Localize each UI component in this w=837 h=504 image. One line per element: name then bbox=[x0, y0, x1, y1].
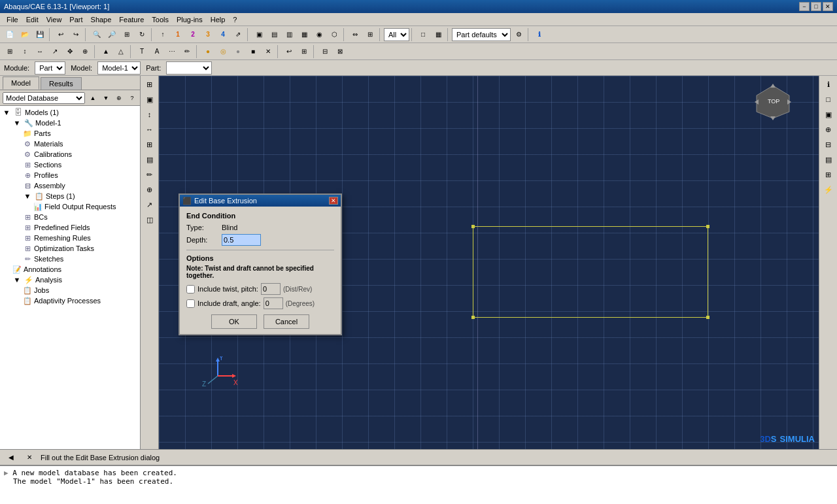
info-btn[interactable]: ℹ bbox=[532, 27, 547, 42]
view3d-btn6[interactable]: ⬡ bbox=[327, 27, 341, 42]
menu-help[interactable]: Help bbox=[207, 14, 230, 25]
viewport[interactable]: Y X Z TOP bbox=[159, 76, 819, 449]
view3d-btn3[interactable]: ▥ bbox=[282, 27, 296, 42]
arrow-btn[interactable]: ⇗ bbox=[231, 27, 245, 42]
tb2-btn11[interactable]: ⋯ bbox=[165, 44, 179, 59]
zoom-out-btn[interactable]: 🔎 bbox=[105, 27, 119, 42]
tb2-btn6[interactable]: ⊕ bbox=[78, 44, 92, 59]
tree-item-sections[interactable]: ⊞ Sections bbox=[0, 160, 140, 170]
rotate-btn[interactable]: ↻ bbox=[135, 27, 149, 42]
num4-btn[interactable]: 4 bbox=[216, 27, 230, 42]
tree-item-materials[interactable]: ⚙ Materials bbox=[0, 139, 140, 149]
tree-item-calibrations[interactable]: ⚙ Calibrations bbox=[0, 149, 140, 160]
menu-feature[interactable]: Feature bbox=[115, 14, 148, 25]
tb2-btn9[interactable]: T bbox=[135, 44, 149, 59]
lv-btn10[interactable]: ◫ bbox=[143, 212, 157, 227]
tb2-frame1[interactable]: ⊟ bbox=[318, 44, 332, 59]
new-btn[interactable]: 📄 bbox=[3, 27, 17, 42]
menu-question[interactable]: ? bbox=[229, 14, 241, 25]
tb2-x[interactable]: ✕ bbox=[261, 44, 275, 59]
settings-btn[interactable]: ⚙ bbox=[511, 27, 526, 42]
tab-results[interactable]: Results bbox=[41, 77, 82, 90]
db-select[interactable]: Model Database bbox=[3, 92, 85, 104]
tb2-btn7[interactable]: ▲ bbox=[99, 44, 113, 59]
module-select[interactable]: Part bbox=[35, 61, 65, 75]
menu-tools[interactable]: Tools bbox=[148, 14, 173, 25]
rp-btn3[interactable]: ▣ bbox=[821, 107, 836, 122]
tab-model[interactable]: Model bbox=[3, 76, 39, 90]
grid-btn[interactable]: ⊞ bbox=[363, 27, 377, 42]
part-select[interactable] bbox=[166, 61, 212, 75]
sidebar-btn2[interactable]: ▼ bbox=[101, 93, 111, 103]
sidebar-btn3[interactable]: ⊕ bbox=[114, 93, 124, 103]
tree-item-annotations[interactable]: 📝 Annotations bbox=[0, 264, 140, 275]
expand-steps-icon[interactable]: ▼ bbox=[22, 191, 33, 201]
tb2-btn3[interactable]: ↔ bbox=[33, 44, 47, 59]
tree-item-analysis[interactable]: ▼ ⚡ Analysis bbox=[0, 275, 140, 285]
lv-btn2[interactable]: ▣ bbox=[143, 92, 157, 107]
tree-item-sketches[interactable]: ✏ Sketches bbox=[0, 254, 140, 264]
minimize-button[interactable]: − bbox=[799, 2, 810, 11]
tb2-btn10[interactable]: A bbox=[150, 44, 164, 59]
tb2-btn5[interactable]: ✥ bbox=[63, 44, 77, 59]
tb2-btn1[interactable]: ⊞ bbox=[3, 44, 17, 59]
ok-button[interactable]: OK bbox=[211, 314, 257, 329]
undo-btn[interactable]: ↩ bbox=[54, 27, 68, 42]
expand-analysis-icon[interactable]: ▼ bbox=[12, 275, 22, 285]
lv-btn1[interactable]: ⊞ bbox=[143, 77, 157, 92]
all-select[interactable]: All bbox=[384, 28, 409, 41]
tree-item-adaptivity[interactable]: 📋 Adaptivity Processes bbox=[0, 295, 140, 306]
expand-models-icon[interactable]: ▼ bbox=[1, 107, 12, 118]
tree-item-predefined[interactable]: ⊞ Predefined Fields bbox=[0, 222, 140, 233]
draft-input[interactable] bbox=[264, 297, 283, 309]
lv-btn4[interactable]: ↔ bbox=[143, 122, 157, 137]
display-btn2[interactable]: ▦ bbox=[431, 27, 445, 42]
sidebar-btn4[interactable]: ? bbox=[127, 93, 137, 103]
view3d-btn1[interactable]: ▣ bbox=[252, 27, 266, 42]
up-btn[interactable]: ↑ bbox=[156, 27, 170, 42]
view3d-btn2[interactable]: ▤ bbox=[267, 27, 281, 42]
tree-item-remeshing[interactable]: ⊞ Remeshing Rules bbox=[0, 233, 140, 243]
save-btn[interactable]: 💾 bbox=[33, 27, 47, 42]
mirror-btn[interactable]: ⇔ bbox=[348, 27, 362, 42]
cancel-button[interactable]: Cancel bbox=[264, 314, 309, 329]
tree-item-fieldoutput[interactable]: 📊 Field Output Requests bbox=[0, 201, 140, 212]
num1-btn[interactable]: 1 bbox=[171, 27, 185, 42]
part-defaults-select[interactable]: Part defaults bbox=[452, 28, 511, 41]
tb2-btn2[interactable]: ↕ bbox=[18, 44, 32, 59]
rp-btn8[interactable]: ⚡ bbox=[821, 182, 836, 197]
menu-shape[interactable]: Shape bbox=[87, 14, 116, 25]
status-back-btn[interactable]: ◀ bbox=[4, 450, 18, 465]
num2-btn[interactable]: 2 bbox=[186, 27, 200, 42]
close-button[interactable]: ✕ bbox=[823, 2, 833, 11]
rp-btn1[interactable]: ℹ bbox=[821, 77, 836, 92]
lv-btn5[interactable]: ⊞ bbox=[143, 137, 157, 152]
tree-item-optimization[interactable]: ⊞ Optimization Tasks bbox=[0, 243, 140, 254]
twist-input[interactable] bbox=[261, 283, 281, 295]
dialog-close-button[interactable]: ✕ bbox=[329, 197, 338, 205]
rp-btn5[interactable]: ⊟ bbox=[821, 137, 836, 152]
lv-btn3[interactable]: ↕ bbox=[143, 107, 157, 122]
window-controls[interactable]: − □ ✕ bbox=[799, 2, 833, 11]
dialog-titlebar[interactable]: ⬛ Edit Base Extrusion ✕ bbox=[180, 195, 341, 207]
navigation-cube[interactable]: TOP bbox=[753, 82, 793, 122]
tree-item-steps[interactable]: ▼ 📋 Steps (1) bbox=[0, 191, 140, 201]
tree-item-profiles[interactable]: ⊕ Profiles bbox=[0, 170, 140, 180]
rp-btn6[interactable]: ▤ bbox=[821, 152, 836, 167]
tree-item-assembly[interactable]: ⊟ Assembly bbox=[0, 180, 140, 191]
rp-btn2[interactable]: □ bbox=[821, 92, 836, 107]
lv-btn6[interactable]: ▤ bbox=[143, 152, 157, 167]
tb2-circle2[interactable]: ◎ bbox=[216, 44, 230, 59]
lv-btn8[interactable]: ⊕ bbox=[143, 182, 157, 197]
menu-part[interactable]: Part bbox=[65, 14, 86, 25]
edit-base-extrusion-dialog[interactable]: ⬛ Edit Base Extrusion ✕ End Condition Ty… bbox=[179, 193, 342, 335]
rp-btn7[interactable]: ⊞ bbox=[821, 167, 836, 182]
rp-btn4[interactable]: ⊕ bbox=[821, 122, 836, 137]
tb2-btn12[interactable]: ✏ bbox=[180, 44, 194, 59]
zoom-in-btn[interactable]: 🔍 bbox=[90, 27, 104, 42]
tb2-frame2[interactable]: ⊠ bbox=[333, 44, 347, 59]
tb2-btn8[interactable]: △ bbox=[114, 44, 128, 59]
menu-view[interactable]: View bbox=[43, 14, 66, 25]
depth-input[interactable] bbox=[222, 234, 261, 246]
tb2-viewmode1[interactable]: ↩ bbox=[282, 44, 296, 59]
